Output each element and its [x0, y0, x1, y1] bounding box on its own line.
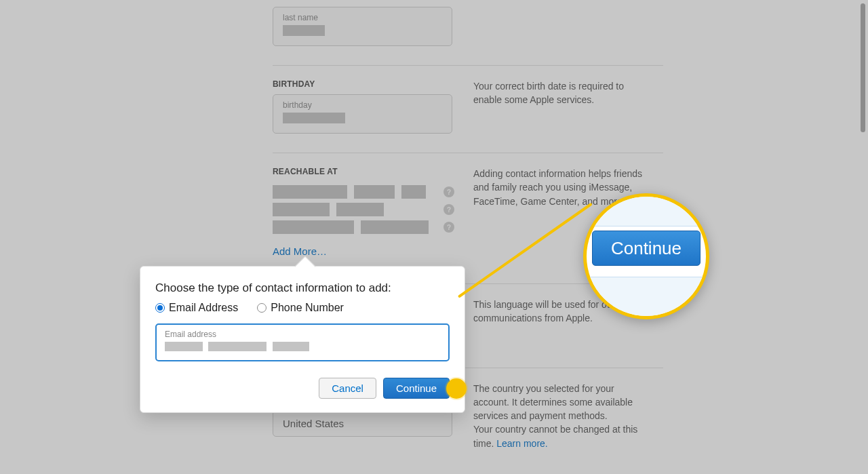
- radio-phone[interactable]: Phone Number: [257, 302, 344, 314]
- radio-phone-label: Phone Number: [271, 302, 344, 314]
- popover-title: Choose the type of contact information t…: [155, 281, 450, 295]
- radio-email[interactable]: Email Address: [155, 302, 238, 314]
- radio-icon: [257, 303, 267, 313]
- magnified-continue-button: Continue: [592, 231, 701, 266]
- email-field-label: Email address: [165, 330, 440, 339]
- radio-email-label: Email Address: [169, 302, 238, 314]
- radio-icon: [155, 303, 165, 313]
- email-input[interactable]: Email address: [155, 323, 450, 361]
- callout-dot: [446, 378, 467, 399]
- continue-button[interactable]: Continue: [383, 378, 450, 399]
- magnifier-callout: Continue: [583, 193, 709, 319]
- cancel-button[interactable]: Cancel: [319, 378, 376, 399]
- add-contact-popover: Choose the type of contact information t…: [140, 266, 465, 413]
